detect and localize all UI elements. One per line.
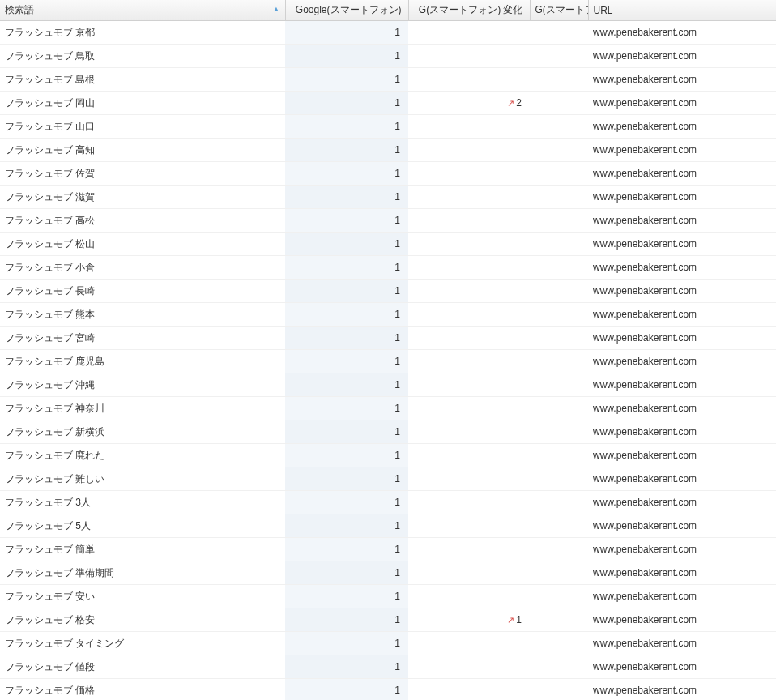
cell-change: ↗1: [408, 608, 530, 632]
cell-keyword: フラッシュモブ 山口: [0, 115, 285, 139]
cell-keyword: フラッシュモブ 松山: [0, 233, 285, 256]
cell-url: www.penebakerent.com: [588, 444, 776, 467]
column-header-google[interactable]: Google(スマートフォン): [285, 0, 408, 21]
cell-change: [408, 233, 530, 256]
cell-google-rank: 1: [285, 327, 408, 350]
table-row[interactable]: フラッシュモブ 新横浜1www.penebakerent.com: [0, 420, 776, 444]
table-row[interactable]: フラッシュモブ 島根1www.penebakerent.com: [0, 68, 776, 92]
table-row[interactable]: フラッシュモブ 簡単1www.penebakerent.com: [0, 538, 776, 561]
cell-google-rank: 1: [285, 444, 408, 467]
cell-url: www.penebakerent.com: [588, 632, 776, 655]
cell-google-rank: 1: [285, 233, 408, 256]
table-row[interactable]: フラッシュモブ 準備期間1www.penebakerent.com: [0, 561, 776, 585]
cell-change: [408, 115, 530, 139]
column-header-google-label: Google(スマートフォン): [296, 4, 402, 15]
change-value: 2: [516, 97, 522, 109]
cell-url: www.penebakerent.com: [588, 21, 776, 45]
table-row[interactable]: フラッシュモブ 高松1www.penebakerent.com: [0, 209, 776, 233]
cell-truncated: [530, 233, 588, 256]
cell-google-rank: 1: [285, 491, 408, 514]
cell-keyword: フラッシュモブ 熊本: [0, 303, 285, 327]
column-header-url-label: URL: [594, 5, 613, 16]
cell-url: www.penebakerent.com: [588, 209, 776, 233]
cell-url: www.penebakerent.com: [588, 115, 776, 139]
column-header-truncated[interactable]: G(スマートフ..: [530, 0, 588, 21]
table-row[interactable]: フラッシュモブ 滋賀1www.penebakerent.com: [0, 186, 776, 209]
table-row[interactable]: フラッシュモブ 3人1www.penebakerent.com: [0, 491, 776, 514]
cell-keyword: フラッシュモブ 安い: [0, 585, 285, 608]
cell-truncated: [530, 538, 588, 561]
sort-asc-icon: ▲: [273, 5, 280, 13]
table-row[interactable]: フラッシュモブ 鳥取1www.penebakerent.com: [0, 45, 776, 68]
table-row[interactable]: フラッシュモブ 5人1www.penebakerent.com: [0, 514, 776, 538]
table-row[interactable]: フラッシュモブ 岡山1↗2www.penebakerent.com: [0, 92, 776, 115]
table-row[interactable]: フラッシュモブ 熊本1www.penebakerent.com: [0, 303, 776, 327]
cell-url: www.penebakerent.com: [588, 327, 776, 350]
cell-keyword: フラッシュモブ 新横浜: [0, 420, 285, 444]
cell-keyword: フラッシュモブ 5人: [0, 514, 285, 538]
cell-truncated: [530, 585, 588, 608]
table-row[interactable]: フラッシュモブ 価格1www.penebakerent.com: [0, 679, 776, 701]
cell-url: www.penebakerent.com: [588, 139, 776, 162]
table-row[interactable]: フラッシュモブ 小倉1www.penebakerent.com: [0, 256, 776, 280]
cell-keyword: フラッシュモブ 3人: [0, 491, 285, 514]
cell-url: www.penebakerent.com: [588, 256, 776, 280]
cell-truncated: [530, 256, 588, 280]
column-header-keyword[interactable]: 検索語 ▲: [0, 0, 285, 21]
table-row[interactable]: フラッシュモブ 鹿児島1www.penebakerent.com: [0, 350, 776, 373]
column-header-keyword-label: 検索語: [5, 4, 34, 15]
cell-change: [408, 397, 530, 420]
cell-keyword: フラッシュモブ 京都: [0, 21, 285, 45]
cell-url: www.penebakerent.com: [588, 514, 776, 538]
table-row[interactable]: フラッシュモブ 宮崎1www.penebakerent.com: [0, 327, 776, 350]
cell-google-rank: 1: [285, 373, 408, 397]
table-row[interactable]: フラッシュモブ 京都1www.penebakerent.com: [0, 21, 776, 45]
cell-change: ↗2: [408, 92, 530, 115]
cell-truncated: [530, 68, 588, 92]
cell-change: [408, 655, 530, 679]
table-row[interactable]: フラッシュモブ 値段1www.penebakerent.com: [0, 655, 776, 679]
cell-google-rank: 1: [285, 139, 408, 162]
cell-truncated: [530, 373, 588, 397]
column-header-truncated-label: G(スマートフ..: [535, 4, 589, 15]
cell-truncated: [530, 327, 588, 350]
table-row[interactable]: フラッシュモブ 長崎1www.penebakerent.com: [0, 280, 776, 303]
cell-change: [408, 209, 530, 233]
column-header-url[interactable]: URL: [588, 0, 776, 21]
cell-truncated: [530, 561, 588, 585]
cell-truncated: [530, 139, 588, 162]
table-row[interactable]: フラッシュモブ 高知1www.penebakerent.com: [0, 139, 776, 162]
cell-keyword: フラッシュモブ 沖縄: [0, 373, 285, 397]
cell-keyword: フラッシュモブ 難しい: [0, 467, 285, 491]
cell-truncated: [530, 350, 588, 373]
cell-truncated: [530, 608, 588, 632]
table-row[interactable]: フラッシュモブ 安い1www.penebakerent.com: [0, 585, 776, 608]
table-body: フラッシュモブ 京都1www.penebakerent.comフラッシュモブ 鳥…: [0, 21, 776, 701]
table-row[interactable]: フラッシュモブ 格安1↗1www.penebakerent.com: [0, 608, 776, 632]
table-row[interactable]: フラッシュモブ 松山1www.penebakerent.com: [0, 233, 776, 256]
cell-google-rank: 1: [285, 679, 408, 701]
table-row[interactable]: フラッシュモブ 廃れた1www.penebakerent.com: [0, 444, 776, 467]
cell-google-rank: 1: [285, 538, 408, 561]
cell-google-rank: 1: [285, 397, 408, 420]
table-row[interactable]: フラッシュモブ 佐賀1www.penebakerent.com: [0, 162, 776, 186]
cell-url: www.penebakerent.com: [588, 280, 776, 303]
table-row[interactable]: フラッシュモブ 難しい1www.penebakerent.com: [0, 467, 776, 491]
cell-google-rank: 1: [285, 655, 408, 679]
cell-change: [408, 139, 530, 162]
cell-change: [408, 256, 530, 280]
table-row[interactable]: フラッシュモブ 神奈川1www.penebakerent.com: [0, 397, 776, 420]
cell-keyword: フラッシュモブ 佐賀: [0, 162, 285, 186]
cell-truncated: [530, 491, 588, 514]
cell-truncated: [530, 115, 588, 139]
table-row[interactable]: フラッシュモブ タイミング1www.penebakerent.com: [0, 632, 776, 655]
cell-google-rank: 1: [285, 350, 408, 373]
cell-truncated: [530, 186, 588, 209]
table-row[interactable]: フラッシュモブ 沖縄1www.penebakerent.com: [0, 373, 776, 397]
cell-url: www.penebakerent.com: [588, 373, 776, 397]
cell-keyword: フラッシュモブ 鹿児島: [0, 350, 285, 373]
column-header-change[interactable]: G(スマートフォン) 変化: [408, 0, 530, 21]
table-row[interactable]: フラッシュモブ 山口1www.penebakerent.com: [0, 115, 776, 139]
cell-truncated: [530, 444, 588, 467]
cell-keyword: フラッシュモブ 簡単: [0, 538, 285, 561]
